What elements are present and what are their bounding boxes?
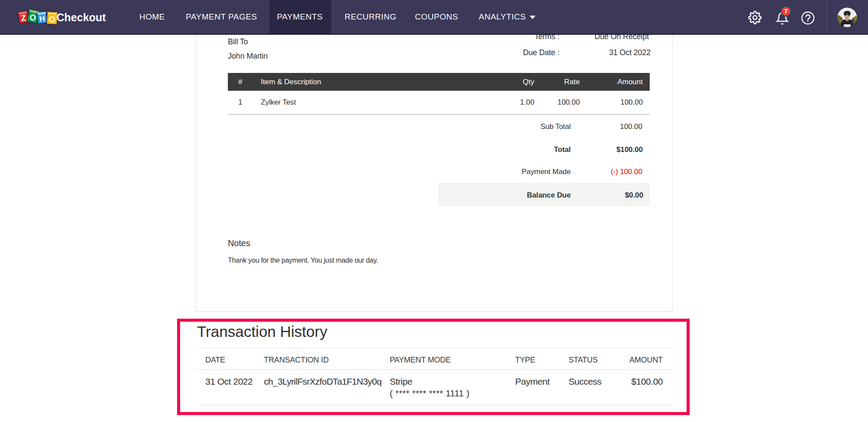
svg-text:H: H xyxy=(39,14,46,23)
svg-text:O: O xyxy=(49,15,56,24)
svg-text:Checkout: Checkout xyxy=(56,11,106,23)
